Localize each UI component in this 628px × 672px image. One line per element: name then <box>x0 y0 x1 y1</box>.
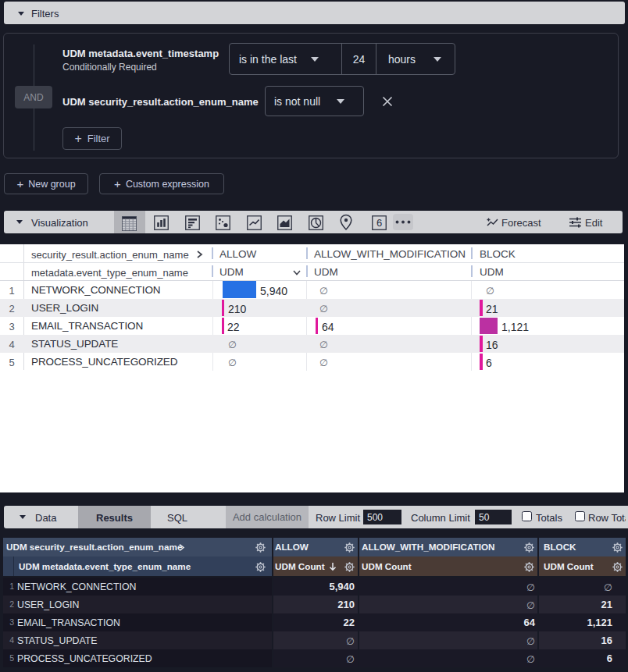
svg-text:6: 6 <box>376 217 381 229</box>
